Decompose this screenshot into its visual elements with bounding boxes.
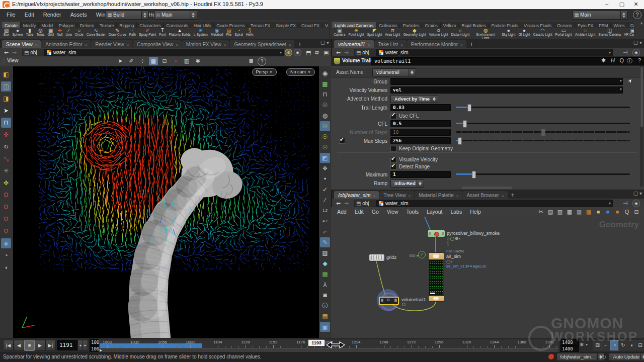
headlight-icon[interactable]: ☉: [320, 100, 330, 110]
network-menu-view[interactable]: View: [383, 207, 403, 217]
shelf-tool-sphere[interactable]: ●Sphere: [11, 28, 24, 37]
nav-back-icon[interactable]: ⬅: [336, 200, 341, 207]
radial-menu-combo[interactable]: ◎Main: [154, 11, 197, 20]
play-button[interactable]: ▶: [35, 340, 45, 351]
view-pivot-icon[interactable]: ◈: [1, 238, 11, 248]
material-sphere-icon[interactable]: ◍: [320, 111, 330, 121]
shelf-tab-wires[interactable]: Wires: [611, 22, 627, 28]
shelf-tab-texture[interactable]: Texture: [97, 22, 117, 28]
param-row-detect-range-checkbox[interactable]: ✔: [390, 164, 396, 170]
layout-single-icon[interactable]: ◧: [1, 69, 11, 79]
light-high-icon[interactable]: ☉: [320, 142, 330, 152]
shelf-tool-file[interactable]: ▤File: [225, 28, 233, 37]
range-end-field[interactable]: 1400: [560, 339, 579, 346]
tab-close-icon[interactable]: ×: [224, 43, 226, 47]
play-reverse-button[interactable]: ◀: [14, 340, 24, 351]
help-icon[interactable]: ?: [633, 11, 641, 19]
shelf-tool-spot-light[interactable]: ◤Spot Light: [366, 28, 384, 37]
param-row-trail-length-field[interactable]: 0.83: [390, 104, 451, 111]
minimize-button[interactable]: –: [600, 0, 614, 9]
shelf-tab-volume[interactable]: Volume: [323, 22, 328, 28]
nav-forward-icon[interactable]: ➡: [344, 200, 349, 207]
param-gear-icon[interactable]: ✱: [601, 57, 606, 64]
scene-viewport[interactable]: Persp▼ No cam▼: [13, 66, 319, 338]
grid-snap-icon[interactable]: ▦: [565, 208, 574, 216]
pane-menu-icon[interactable]: ▢ ▾: [633, 40, 642, 45]
display-options-icon[interactable]: ≣: [247, 57, 256, 65]
param-row-number-of-steps-field[interactable]: 10: [390, 129, 451, 136]
shelf-tab-guide-process[interactable]: Guide Process: [214, 22, 248, 28]
secure-selection-lock-icon[interactable]: ⊓: [1, 118, 11, 128]
jump-last-frame-button[interactable]: ▶|: [45, 340, 56, 351]
shelf-tab-hair-utils[interactable]: Hair Utils: [191, 22, 214, 28]
shelf-tool-camera[interactable]: ▣Camera: [332, 28, 347, 37]
snapshot-icon[interactable]: ▩: [320, 79, 330, 89]
network-menu-help[interactable]: Help: [466, 207, 485, 217]
view-tool-label[interactable]: View: [7, 58, 19, 63]
path-node-field[interactable]: water_sim▾: [376, 200, 613, 207]
network-menu-add[interactable]: Add: [333, 207, 351, 217]
shelf-tab-terrain-fx[interactable]: Terrain FX: [248, 22, 274, 28]
shelf-tool-distant-light[interactable]: ☼Distant Light: [450, 28, 471, 37]
zoom-box-icon[interactable]: ⊡: [160, 57, 169, 65]
shelf-tool-path[interactable]: ⋱Path: [128, 28, 138, 37]
node-volumetrail1[interactable]: ⊙: [379, 297, 399, 305]
shelf-tab-particle-fluids[interactable]: Particle Fluids: [489, 22, 521, 28]
snapshot-toggle-icon[interactable]: ⊛: [285, 49, 292, 56]
diamond-display-icon[interactable]: ◆: [320, 258, 330, 268]
shelf-tab-model[interactable]: Model: [39, 22, 56, 28]
field-dropdown-icon[interactable]: ▾: [620, 78, 622, 83]
shelf-tab-collisions[interactable]: Collisions: [376, 22, 400, 28]
maximize-button[interactable]: ▢: [615, 0, 629, 9]
network-menu-go[interactable]: Go: [368, 207, 383, 217]
group-list-icon[interactable]: ◙: [320, 290, 330, 300]
select-arrow-icon[interactable]: ➤: [1, 106, 11, 116]
param-row-max-steps-slider[interactable]: [456, 137, 630, 144]
snap-box-icon[interactable]: ▦: [149, 57, 158, 65]
desktop-build-combo[interactable]: ▦Build: [106, 11, 149, 20]
nav-forward-icon[interactable]: ➡: [12, 49, 17, 56]
shelf-tab-simple-fx[interactable]: Simple FX: [273, 22, 299, 28]
path-root-chip[interactable]: ⬒ obj: [354, 200, 376, 207]
cube-view-icon[interactable]: ⬒: [306, 49, 311, 56]
shelf-tool-stereo-camera[interactable]: ◫Stereo Camera: [597, 28, 622, 37]
path-node-field[interactable]: water_sim▾: [44, 49, 284, 56]
shelf-tool-spray-paint[interactable]: ✐Spray Paint: [137, 28, 157, 37]
tripod-icon[interactable]: ⅄: [320, 280, 330, 290]
shelf-tab-polygon[interactable]: Polygon: [56, 22, 77, 28]
shelf-tool-platonic-solids[interactable]: ▲Platonic Solids: [168, 28, 192, 37]
shelf-tool-vr-camera[interactable]: ▣VR Camera: [622, 28, 634, 37]
shelf-tab-characters[interactable]: Characters: [137, 22, 164, 28]
node-label[interactable]: grid2: [386, 255, 396, 260]
shelf-tool-helix[interactable]: §Helix: [245, 28, 255, 37]
list-view-icon[interactable]: ▥: [555, 208, 565, 216]
origin-gnomon-icon[interactable]: ⌐: [320, 227, 330, 237]
node-pyrosolver[interactable]: [427, 230, 445, 237]
isolate-icon[interactable]: ❖: [320, 163, 330, 173]
view-mask-icon[interactable]: ◖: [1, 262, 11, 273]
path-node-field[interactable]: water_sim▾: [376, 49, 613, 56]
node-file-cache-header[interactable]: [428, 252, 444, 260]
param-row-advection-method-combo[interactable]: Advect by Time: [390, 95, 438, 103]
grid-snap2-icon[interactable]: ▦: [575, 208, 584, 216]
param-search-icon[interactable]: Q: [619, 57, 624, 63]
auto-update-combo[interactable]: Auto Update: [609, 353, 644, 361]
render-disabled-icon[interactable]: ●: [171, 57, 180, 65]
node-label[interactable]: volumetrail1: [401, 297, 426, 302]
shelf-tool-draw-curve[interactable]: ✎Draw Curve: [107, 28, 128, 37]
tab-close-icon[interactable]: ×: [456, 194, 459, 198]
prim-numbers-icon[interactable]: 4.2: [320, 216, 330, 226]
shelf-tool-curve-bezier[interactable]: ∿Curve Bezier: [85, 28, 107, 37]
update-node-chip[interactable]: /obj/water_sim...: [556, 353, 605, 361]
group-select-arrow-icon[interactable]: ➤: [626, 77, 633, 84]
param-help-icon[interactable]: ?: [638, 57, 641, 63]
param-row-group-field[interactable]: [390, 78, 623, 85]
node-file-cache-footer[interactable]: [428, 296, 444, 302]
param-row-velocity-volumes-field[interactable]: vel: [390, 86, 623, 94]
shading-mode-icon[interactable]: ◩: [320, 153, 330, 163]
jump-first-frame-button[interactable]: |◀: [3, 340, 14, 351]
flipbook-icon[interactable]: ▥: [182, 57, 191, 65]
shelf-tool-tube[interactable]: ▮Tube: [25, 28, 35, 37]
draw-mode-icon[interactable]: ✎: [320, 237, 330, 247]
path-root-chip[interactable]: ⬒ obj: [354, 49, 376, 56]
